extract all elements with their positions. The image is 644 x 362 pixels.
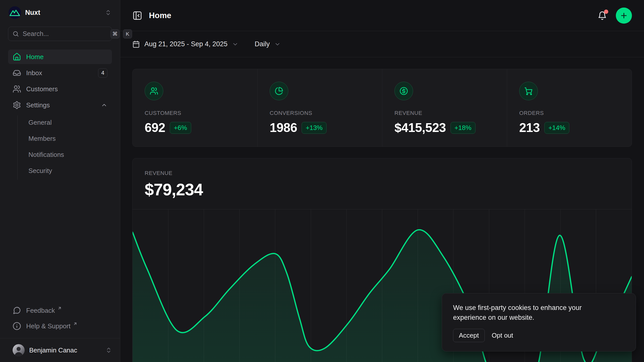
sidebar: Nuxt ⌘ K Home Inbox 4 [0,0,120,362]
cart-icon [519,82,538,100]
stat-label: REVENUE [394,110,495,116]
chevron-down-icon [274,41,281,48]
stat-delta-badge: +13% [302,122,327,134]
inbox-icon [13,69,21,77]
external-link-icon [57,306,62,310]
add-button[interactable] [616,8,632,24]
page-header: Home [120,0,644,31]
stat-value: $415,523 [394,120,446,135]
page-title: Home [149,11,171,20]
cookie-message: We use first-party cookies to enhance yo… [453,303,614,322]
help-support-link[interactable]: Help & Support [8,319,112,333]
stats-row: CUSTOMERS 692 +6% CONVERSIONS 1986 +13% [132,69,632,147]
avatar [13,344,25,356]
users-icon [13,85,21,93]
search-icon [12,30,19,37]
search-input[interactable] [23,30,107,38]
sidebar-item-label: Home [26,53,44,61]
date-range-picker[interactable]: Aug 21, 2025 - Sep 4, 2025 [132,40,238,48]
stat-card-conversions[interactable]: CONVERSIONS 1986 +13% [257,69,382,147]
sidebar-item-home[interactable]: Home [8,50,112,64]
brand-name: Nuxt [25,9,105,17]
sidebar-item-inbox[interactable]: Inbox 4 [8,66,112,80]
sidebar-item-members[interactable]: Members [26,131,112,146]
sidebar-item-label: Customers [26,85,58,93]
chevrons-up-down-icon [105,9,111,16]
optout-cookies-button[interactable]: Opt out [490,329,515,342]
stat-delta-badge: +14% [544,122,569,134]
sidebar-item-general[interactable]: General [26,115,112,129]
revenue-chart-value: $79,234 [145,180,620,199]
search-input-wrapper[interactable]: ⌘ K [8,27,112,41]
chevrons-up-down-icon [105,347,112,353]
stat-card-customers[interactable]: CUSTOMERS 692 +6% [133,69,257,147]
footer-link-label: Help & Support [26,322,70,330]
gear-icon [13,101,21,109]
chevron-up-icon [101,102,107,108]
pie-chart-icon [270,82,288,100]
notifications-button[interactable] [597,11,607,21]
feedback-link[interactable]: Feedback [8,303,112,318]
workspace-switcher[interactable]: Nuxt [8,0,112,25]
stat-delta-badge: +6% [170,122,191,134]
stat-delta-badge: +18% [451,122,475,134]
chat-bubble-icon [13,306,21,315]
info-circle-icon [13,322,21,330]
date-range-label: Aug 21, 2025 - Sep 4, 2025 [144,40,227,48]
sidebar-collapse-icon[interactable] [132,11,142,21]
user-menu[interactable]: Benjamin Canac [0,338,120,362]
inbox-count-badge: 4 [98,68,107,78]
kbd-command: ⌘ [110,29,119,38]
subnav-label: Notifications [28,151,64,159]
granularity-select[interactable]: Daily [255,40,281,48]
footer-link-label: Feedback [26,307,55,314]
filter-bar: Aug 21, 2025 - Sep 4, 2025 Daily [120,31,644,57]
users-icon [145,82,163,100]
stat-card-revenue[interactable]: REVENUE $415,523 +18% [382,69,507,147]
sidebar-item-label: Inbox [26,69,42,77]
notification-dot [604,10,608,14]
user-name: Benjamin Canac [29,346,101,354]
main-area: Home Aug 21, 2025 - Sep 4, 2025 Daily [120,0,644,362]
sidebar-item-customers[interactable]: Customers [8,82,112,96]
stat-label: CUSTOMERS [145,110,245,116]
stat-value: 213 [519,120,540,135]
sidebar-footer: Feedback Help & Support [8,303,112,338]
stat-label: ORDERS [519,110,620,116]
dollar-circle-icon [394,82,413,100]
settings-subnav: General Members Notifications Security [17,115,112,180]
sidebar-nav: Home Inbox 4 Customers Settings [8,50,112,180]
home-icon [13,53,21,61]
accept-cookies-button[interactable]: Accept [453,329,485,342]
stat-value: 692 [145,120,165,135]
sidebar-item-security[interactable]: Security [26,164,112,178]
nuxt-logo-icon [9,6,21,19]
stat-card-orders[interactable]: ORDERS 213 +14% [507,69,632,147]
cookie-banner: We use first-party cookies to enhance yo… [442,293,636,351]
calendar-icon [132,40,140,48]
chevron-down-icon [232,41,238,48]
plus-icon [620,12,628,20]
subnav-label: General [28,119,52,126]
granularity-label: Daily [255,40,270,48]
subnav-label: Security [28,167,52,175]
stat-value: 1986 [270,120,297,135]
subnav-label: Members [28,135,56,143]
sidebar-item-label: Settings [26,101,50,109]
revenue-chart-label: REVENUE [145,170,620,176]
sidebar-item-notifications[interactable]: Notifications [26,148,112,162]
sidebar-item-settings[interactable]: Settings [8,98,112,112]
stat-label: CONVERSIONS [270,110,370,116]
external-link-icon [73,322,77,326]
